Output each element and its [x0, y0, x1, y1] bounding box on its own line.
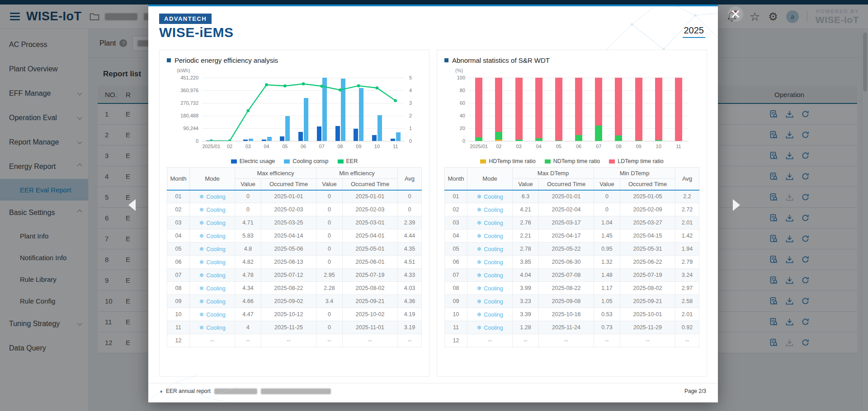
product-logo: WISE-iEMS	[159, 25, 707, 40]
month-link[interactable]: 07	[167, 269, 190, 282]
mode-cell[interactable]: ❄Cooling	[190, 190, 235, 203]
mode-cell[interactable]: ❄Cooling	[190, 216, 235, 229]
mode-cell[interactable]: ❄Cooling	[467, 256, 513, 269]
mode-cell[interactable]: ❄Cooling	[190, 243, 235, 256]
col-value: Value	[513, 179, 539, 190]
table-row: 05❄Cooling2.782025-05-220.952025-05-311.…	[445, 243, 699, 256]
value-cell: 2025-04-14	[261, 229, 316, 243]
snowflake-icon: ❄	[199, 259, 204, 266]
month-link[interactable]: 11	[445, 321, 467, 334]
mode-cell[interactable]: ❄Cooling	[467, 229, 513, 243]
month-link[interactable]: 06	[167, 256, 190, 269]
mode-cell[interactable]: ❄Cooling	[467, 203, 513, 216]
month-link[interactable]: 05	[445, 243, 467, 256]
value-cell: --	[513, 334, 539, 347]
value-cell: 2025-02-03	[343, 203, 398, 216]
snowflake-icon: ❄	[476, 285, 481, 292]
mode-cell[interactable]: ❄Cooling	[467, 308, 513, 321]
value-cell: 2025-03-27	[620, 216, 675, 229]
eer-line	[202, 78, 405, 141]
mode-cell[interactable]: ❄Cooling	[190, 321, 235, 334]
y-tick-right: 5	[409, 75, 412, 80]
snowflake-icon: ❄	[199, 272, 204, 279]
mode-cell[interactable]: ❄Cooling	[467, 295, 513, 308]
x-tick: 11	[665, 144, 692, 149]
ldtemp-time-ratio-bar	[595, 78, 602, 126]
value-cell: 2.78	[513, 243, 539, 256]
value-cell: 4.82	[235, 256, 261, 269]
mode-cell[interactable]: ❄Cooling	[190, 282, 235, 295]
value-cell: 4.51	[398, 256, 422, 269]
month-link[interactable]: 03	[445, 216, 467, 229]
snowflake-icon: ❄	[199, 220, 204, 226]
value-cell: 2025-10-16	[539, 308, 594, 321]
value-cell: 2025-03-25	[261, 216, 316, 229]
month-link[interactable]: 07	[445, 269, 467, 282]
value-cell: 4.71	[235, 216, 261, 229]
mode-cell[interactable]: ❄Cooling	[467, 282, 513, 295]
value-cell: 1.48	[594, 269, 620, 282]
snowflake-icon: ❄	[199, 233, 204, 239]
mode-cell[interactable]: ❄Cooling	[190, 229, 235, 243]
gridline	[202, 128, 405, 129]
month-link[interactable]: 01	[167, 190, 190, 203]
value-cell: 3.19	[398, 321, 422, 334]
value-cell: --	[539, 334, 594, 347]
mode-cell[interactable]: ❄Cooling	[467, 190, 513, 203]
month-link[interactable]: 03	[167, 216, 190, 229]
month-link[interactable]: 02	[167, 203, 190, 216]
electric-usage-bar	[372, 135, 377, 141]
value-cell: 2025-11-01	[343, 321, 398, 334]
table-row: 01❄Cooling6.32025-01-0102025-01-052.2	[445, 190, 699, 203]
month-link[interactable]: 06	[445, 256, 467, 269]
mode-cell[interactable]: ❄Cooling	[467, 243, 513, 256]
axis-unit-label: (kWh)	[177, 68, 190, 73]
mode-cell[interactable]: ❄Cooling	[467, 269, 513, 282]
ndtemp-time-ratio-bar	[555, 140, 562, 141]
month-link[interactable]: 04	[167, 229, 190, 243]
month-link[interactable]: 12	[445, 334, 467, 347]
value-cell: 2025-09-08	[539, 295, 594, 308]
ndtemp-time-ratio-bar	[635, 140, 642, 141]
bullet-square-icon	[444, 58, 448, 62]
month-link[interactable]: 10	[445, 308, 467, 321]
month-link[interactable]: 08	[167, 282, 190, 295]
value-cell: 2025-09-21	[620, 295, 675, 308]
group-min: Min DTemp	[594, 168, 675, 179]
month-link[interactable]: 04	[445, 229, 467, 243]
month-link[interactable]: 02	[445, 203, 467, 216]
ldtemp-time-ratio-bar	[635, 78, 642, 140]
previous-page-arrow[interactable]	[128, 199, 136, 211]
modal-close-button[interactable]	[728, 6, 743, 22]
mode-cell[interactable]: ❄Cooling	[467, 216, 513, 229]
mode-cell[interactable]: ❄Cooling	[190, 308, 235, 321]
month-link[interactable]: 08	[445, 282, 467, 295]
cooling-consp-bar	[359, 88, 363, 141]
month-link[interactable]: 09	[167, 295, 190, 308]
table-row: 10❄Cooling3.392025-10-160.532025-10-012.…	[445, 308, 699, 321]
next-page-arrow[interactable]	[733, 199, 740, 211]
value-cell: 2025-08-22	[539, 282, 594, 295]
value-cell: 3.24	[675, 269, 699, 282]
value-cell: 0	[594, 203, 620, 216]
mode-cell[interactable]: ❄Cooling	[467, 321, 513, 334]
close-icon	[731, 9, 740, 19]
y-tick-right: 2	[409, 113, 412, 118]
month-link[interactable]: 01	[445, 190, 467, 203]
cooling-consp-bar	[249, 139, 253, 141]
month-link[interactable]: 05	[167, 243, 190, 256]
month-link[interactable]: 10	[167, 308, 190, 321]
month-link[interactable]: 12	[167, 334, 190, 347]
month-link[interactable]: 09	[445, 295, 467, 308]
value-cell: 2.76	[513, 216, 539, 229]
mode-cell[interactable]: ❄Cooling	[190, 256, 235, 269]
month-link[interactable]: 11	[167, 321, 190, 334]
mode-cell[interactable]: ❄Cooling	[190, 269, 235, 282]
mode-cell[interactable]: ❄Cooling	[190, 203, 235, 216]
legend-item-hdtemp-time-ratio: HDTemp time ratio	[480, 158, 536, 164]
col-value: Value	[594, 179, 620, 190]
mode-cell[interactable]: ❄Cooling	[190, 295, 235, 308]
snowflake-icon: ❄	[476, 193, 481, 200]
snowflake-icon: ❄	[476, 259, 481, 266]
col-occurred-time: Occurred Time	[620, 179, 675, 190]
